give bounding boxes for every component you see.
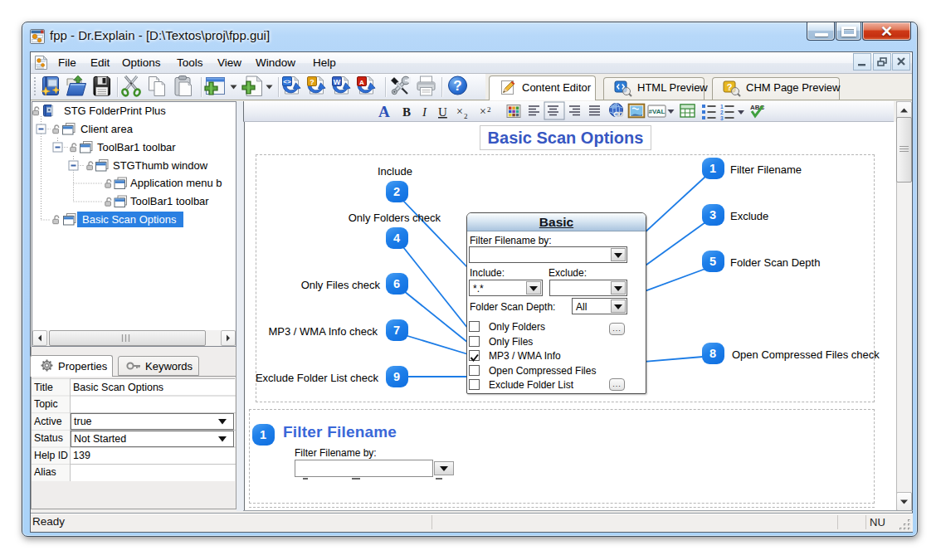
svg-text:×: ×: [456, 105, 463, 118]
svg-text:A: A: [359, 79, 364, 86]
svg-text:A: A: [378, 103, 390, 120]
svg-text:W: W: [334, 78, 341, 86]
svg-text:<>: <>: [283, 78, 291, 85]
svg-text:U: U: [438, 105, 447, 119]
svg-text:?: ?: [453, 78, 461, 94]
svg-text:?: ?: [310, 78, 314, 86]
svg-text:I: I: [422, 105, 427, 119]
svg-text:2: 2: [720, 110, 724, 115]
svg-text:1: 1: [720, 104, 724, 110]
svg-text:3: 3: [720, 115, 724, 121]
svg-text:#VAL: #VAL: [649, 108, 666, 115]
svg-text:2: 2: [487, 105, 491, 114]
svg-text:2: 2: [464, 112, 468, 120]
svg-text:×: ×: [480, 105, 486, 118]
svg-text:B: B: [402, 105, 411, 119]
